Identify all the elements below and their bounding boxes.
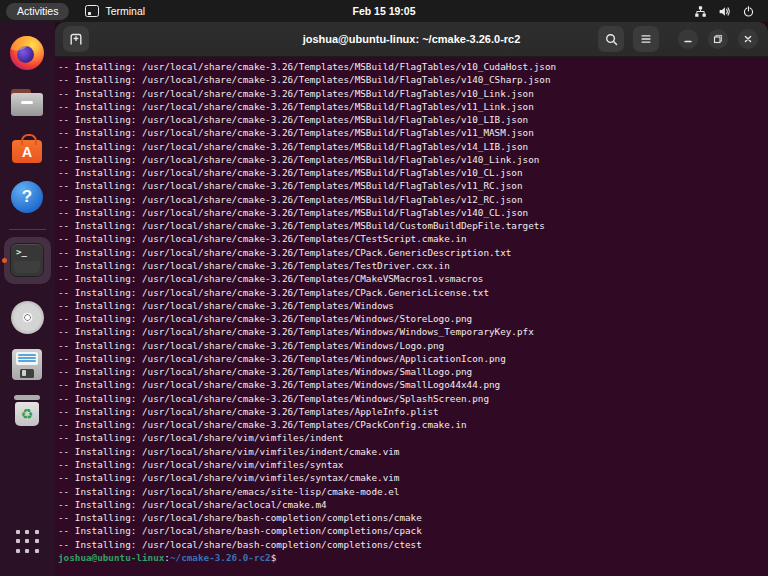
terminal-prompt-line: joshua@ubuntu-linux:~/cmake-3.26.0-rc2$	[58, 551, 768, 564]
terminal-line: -- Installing: /usr/local/share/cmake-3.…	[58, 193, 768, 206]
terminal-output: -- Installing: /usr/local/share/cmake-3.…	[58, 60, 768, 551]
dock-item-firefox[interactable]	[10, 36, 44, 70]
terminal-line: -- Installing: /usr/local/share/cmake-3.…	[58, 339, 768, 352]
terminal-line: -- Installing: /usr/local/share/vim/vimf…	[58, 445, 768, 458]
dock-item-trash[interactable]: ♻	[10, 393, 44, 427]
dock-item-ubuntu-software[interactable]: A	[10, 131, 44, 165]
terminal-window: joshua@ubuntu-linux: ~/cmake-3.26.0-rc2	[55, 22, 768, 576]
terminal-line: -- Installing: /usr/local/share/cmake-3.…	[58, 206, 768, 219]
terminal-line: -- Installing: /usr/local/share/cmake-3.…	[58, 392, 768, 405]
desktop: Activities Terminal Feb 15 19:05	[0, 0, 768, 576]
power-icon[interactable]	[742, 5, 755, 18]
ubuntu-software-icon: A	[12, 140, 42, 163]
restore-button[interactable]	[708, 29, 728, 49]
trash-icon: ♻	[12, 394, 42, 426]
terminal-line: -- Installing: /usr/local/share/cmake-3.…	[58, 378, 768, 391]
dock-item-files[interactable]	[10, 85, 44, 119]
terminal-line: -- Installing: /usr/local/share/cmake-3.…	[58, 113, 768, 126]
terminal-line: -- Installing: /usr/local/share/cmake-3.…	[58, 405, 768, 418]
close-icon	[742, 33, 754, 45]
terminal-line: -- Installing: /usr/local/share/cmake-3.…	[58, 219, 768, 232]
terminal-line: -- Installing: /usr/local/share/cmake-3.…	[58, 153, 768, 166]
dock-item-terminal[interactable]: >_	[10, 243, 44, 277]
dock-item-show-applications[interactable]	[10, 524, 44, 558]
terminal-titlebar[interactable]: joshua@ubuntu-linux: ~/cmake-3.26.0-rc2	[55, 22, 768, 57]
cdrom-disc-icon	[11, 301, 44, 334]
minimize-icon	[682, 33, 694, 45]
terminal-line: -- Installing: /usr/local/share/emacs/si…	[58, 485, 768, 498]
terminal-line: -- Installing: /usr/local/share/cmake-3.…	[58, 352, 768, 365]
terminal-line: -- Installing: /usr/local/share/bash-com…	[58, 524, 768, 537]
minimize-button[interactable]	[678, 29, 698, 49]
hamburger-menu-icon	[639, 32, 653, 46]
dock-item-cdrom[interactable]	[10, 300, 44, 334]
dock-item-help[interactable]: ?	[10, 180, 44, 214]
prompt-user: joshua@ubuntu-linux	[58, 552, 164, 563]
dock: A ? >_ ♻	[0, 22, 55, 576]
app-menu-label: Terminal	[105, 5, 145, 17]
terminal-line: -- Installing: /usr/local/share/cmake-3.…	[58, 140, 768, 153]
firefox-icon	[10, 36, 44, 70]
terminal-line: -- Installing: /usr/local/share/cmake-3.…	[58, 259, 768, 272]
help-question-icon: ?	[11, 181, 43, 213]
menu-button[interactable]	[633, 26, 659, 52]
terminal-line: -- Installing: /usr/local/share/cmake-3.…	[58, 246, 768, 259]
volume-icon[interactable]	[718, 5, 731, 18]
terminal-line: -- Installing: /usr/local/share/cmake-3.…	[58, 60, 768, 73]
network-wired-icon[interactable]	[694, 5, 707, 18]
top-bar: Activities Terminal Feb 15 19:05	[0, 0, 768, 22]
terminal-line: -- Installing: /usr/local/share/cmake-3.…	[58, 100, 768, 113]
terminal-line: -- Installing: /usr/local/share/cmake-3.…	[58, 73, 768, 86]
activities-button[interactable]: Activities	[6, 3, 69, 20]
prompt-symbol: $	[271, 552, 277, 563]
terminal-app-icon	[85, 5, 99, 17]
close-button[interactable]	[738, 29, 758, 49]
terminal-line: -- Installing: /usr/local/share/cmake-3.…	[58, 272, 768, 285]
search-icon	[604, 32, 619, 47]
terminal-line: -- Installing: /usr/local/share/cmake-3.…	[58, 179, 768, 192]
app-menu-terminal[interactable]: Terminal	[85, 5, 145, 17]
terminal-line: -- Installing: /usr/local/share/vim/vimf…	[58, 471, 768, 484]
floppy-disk-icon	[12, 349, 42, 380]
terminal-line: -- Installing: /usr/local/share/bash-com…	[58, 511, 768, 524]
terminal-line: -- Installing: /usr/local/share/cmake-3.…	[58, 299, 768, 312]
terminal-content[interactable]: -- Installing: /usr/local/share/cmake-3.…	[55, 57, 768, 564]
restore-icon	[712, 33, 724, 45]
terminal-line: -- Installing: /usr/local/share/cmake-3.…	[58, 325, 768, 338]
terminal-line: -- Installing: /usr/local/share/aclocal/…	[58, 498, 768, 511]
dock-item-floppy[interactable]	[10, 347, 44, 381]
terminal-line: -- Installing: /usr/local/share/cmake-3.…	[58, 87, 768, 100]
terminal-line: -- Installing: /usr/local/share/cmake-3.…	[58, 166, 768, 179]
terminal-line: -- Installing: /usr/local/share/cmake-3.…	[58, 418, 768, 431]
terminal-running-indicator	[2, 258, 7, 263]
system-tray[interactable]	[694, 5, 768, 18]
terminal-line: -- Installing: /usr/local/share/vim/vimf…	[58, 458, 768, 471]
new-tab-button[interactable]	[63, 26, 89, 52]
terminal-line: -- Installing: /usr/local/share/cmake-3.…	[58, 365, 768, 378]
files-folder-icon	[11, 89, 43, 116]
terminal-line: -- Installing: /usr/local/share/vim/vimf…	[58, 431, 768, 444]
terminal-line: -- Installing: /usr/local/share/bash-com…	[58, 538, 768, 551]
dock-separator	[9, 229, 46, 230]
terminal-line: -- Installing: /usr/local/share/cmake-3.…	[58, 126, 768, 139]
show-applications-grid-icon	[16, 530, 39, 553]
prompt-path: ~/cmake-3.26.0-rc2	[170, 552, 271, 563]
search-button[interactable]	[598, 26, 624, 52]
terminal-line: -- Installing: /usr/local/share/cmake-3.…	[58, 312, 768, 325]
terminal-line: -- Installing: /usr/local/share/cmake-3.…	[58, 232, 768, 245]
terminal-line: -- Installing: /usr/local/share/cmake-3.…	[58, 286, 768, 299]
terminal-icon: >_	[10, 243, 44, 277]
